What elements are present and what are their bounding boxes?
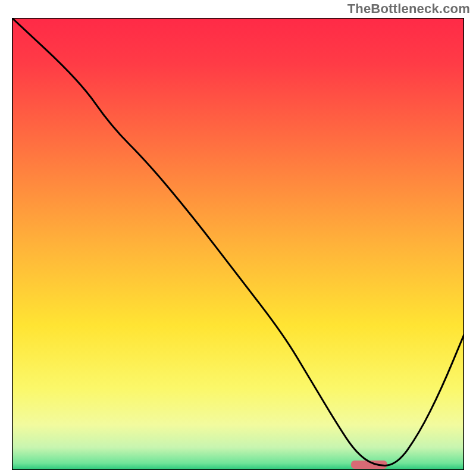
plot-area xyxy=(12,18,464,470)
chart-svg xyxy=(12,18,464,470)
gradient-background xyxy=(12,18,464,470)
watermark-label: TheBottleneck.com xyxy=(347,1,470,17)
chart-container: TheBottleneck.com xyxy=(0,0,476,476)
